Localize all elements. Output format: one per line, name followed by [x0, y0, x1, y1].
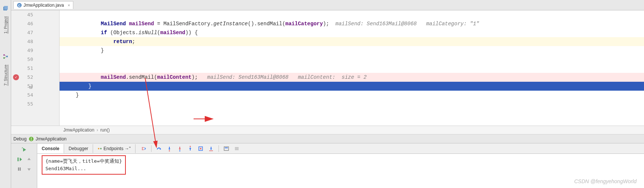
editor-tabs-bar: C JmwApplication.java ×	[11, 0, 644, 10]
debug-left-toolbar	[11, 143, 37, 188]
up-arrow-button[interactable]	[26, 156, 32, 163]
code-line: MailSend mailSend = MailSendFactory.getI…	[60, 19, 644, 28]
tab-filename: JmwApplication.java	[23, 3, 64, 8]
gutter-line: 48	[11, 37, 33, 46]
gutter-line: 46	[11, 19, 33, 28]
pause-button[interactable]	[16, 166, 23, 172]
svg-rect-4	[6, 56, 8, 57]
trace-icon[interactable]	[232, 144, 241, 153]
gutter-line: 52	[11, 73, 33, 82]
debug-label: Debug	[13, 136, 26, 142]
gutter-line: 53⊟	[11, 82, 33, 91]
breadcrumb-class[interactable]: JmwApplication	[63, 127, 94, 133]
collapse-icon[interactable]: ⊟	[27, 83, 32, 88]
step-out-icon[interactable]	[186, 144, 195, 153]
gutter-line: 47	[11, 28, 33, 37]
code-line-current: mailSend.sendMail(mailContent); mailSend…	[60, 73, 644, 82]
gutter-line: 49	[11, 46, 33, 55]
svg-point-15	[169, 150, 170, 151]
step-over-icon[interactable]	[154, 144, 163, 153]
debug-right-area: Console Debugger Endpoints →"	[37, 143, 644, 188]
editor-tab[interactable]: C JmwApplication.java ×	[13, 1, 73, 9]
debugger-tab[interactable]: Debugger	[64, 144, 93, 153]
svg-rect-12	[19, 168, 20, 171]
svg-rect-19	[209, 150, 213, 151]
project-tool-icon[interactable]	[3, 5, 9, 11]
console-tab[interactable]: Console	[37, 144, 64, 153]
code-line: if (Objects.isNull(mailSend)) {	[60, 28, 644, 37]
debug-toolbar	[136, 144, 241, 153]
resume-button[interactable]	[16, 156, 23, 163]
svg-rect-11	[18, 168, 19, 171]
gutter-line: 51	[11, 64, 33, 73]
code-line	[60, 10, 644, 19]
step-into-icon[interactable]	[165, 144, 174, 153]
tab-close-icon[interactable]: ×	[68, 3, 70, 7]
svg-point-16	[179, 150, 181, 151]
gutter-line: 50	[11, 55, 33, 64]
debug-header: Debug JmwApplication	[11, 134, 644, 143]
svg-rect-1	[4, 6, 8, 10]
left-tool-sidebar: 1: Project 7: Structure	[0, 0, 11, 188]
gutter-line: 45	[11, 10, 33, 19]
java-class-icon: C	[17, 3, 22, 8]
rerun-button[interactable]	[21, 146, 28, 153]
svg-line-5	[5, 55, 6, 56]
down-arrow-button[interactable]	[26, 166, 32, 172]
debug-config-name[interactable]: JmwApplication	[35, 136, 66, 142]
code-line	[60, 64, 644, 73]
watermark: CSDN @fengyehongWorld	[574, 178, 637, 184]
structure-tool-label[interactable]: 7: Structure	[3, 65, 8, 86]
run-to-cursor-icon[interactable]	[207, 144, 216, 153]
breakpoint-check-icon[interactable]	[13, 74, 19, 80]
step-filter-icon[interactable]	[139, 144, 148, 153]
svg-rect-10	[17, 158, 19, 161]
code-line: return;	[60, 37, 644, 46]
code-line	[60, 100, 644, 108]
gutter-line: 54	[11, 91, 33, 100]
console-line: Send163Mail...	[45, 165, 122, 172]
breadcrumb-separator: ›	[96, 127, 98, 133]
code-line-selected: }	[60, 82, 644, 91]
endpoints-tab[interactable]: Endpoints →"	[93, 144, 136, 153]
debug-tabs: Console Debugger Endpoints →"	[37, 143, 644, 154]
console-output[interactable]: {name=贾飞天，title=中奖通知} Send163Mail...	[37, 154, 644, 188]
breadcrumb[interactable]: JmwApplication › run()	[11, 126, 644, 134]
svg-point-13	[98, 148, 99, 149]
spring-boot-icon	[29, 136, 34, 142]
svg-rect-20	[224, 147, 229, 150]
endpoints-icon	[98, 146, 102, 151]
svg-point-14	[100, 148, 102, 149]
svg-rect-2	[3, 54, 5, 56]
console-line: {name=贾飞天，title=中奖通知}	[45, 158, 122, 165]
evaluate-icon[interactable]	[222, 144, 231, 153]
breadcrumb-method[interactable]: run()	[100, 127, 109, 133]
code-area[interactable]: MailSend mailSend = MailSendFactory.getI…	[60, 10, 644, 126]
svg-text:C: C	[18, 4, 21, 7]
console-highlight-box: {name=贾飞天，title=中奖通知} Send163Mail...	[42, 155, 126, 175]
code-line: }	[60, 46, 644, 55]
drop-frame-icon[interactable]	[196, 144, 205, 153]
force-step-into-icon[interactable]	[175, 144, 184, 153]
project-tool-label[interactable]: 1: Project	[3, 16, 8, 33]
editor-pane: 45 46 47 48 49 50 51 52 53⊟ 54 55 MailSe…	[11, 10, 644, 126]
structure-tool-icon[interactable]	[3, 54, 9, 59]
code-line: }	[60, 91, 644, 100]
svg-rect-21	[225, 148, 228, 148]
svg-rect-3	[3, 57, 5, 59]
gutter[interactable]: 45 46 47 48 49 50 51 52 53⊟ 54 55	[11, 10, 60, 126]
content-area: C JmwApplication.java × 45 46 47 48 49 5…	[11, 0, 644, 188]
debug-panel: Console Debugger Endpoints →"	[11, 143, 644, 188]
gutter-line: 55	[11, 100, 33, 108]
svg-point-17	[190, 146, 191, 147]
svg-line-6	[5, 56, 6, 58]
code-line	[60, 55, 644, 64]
